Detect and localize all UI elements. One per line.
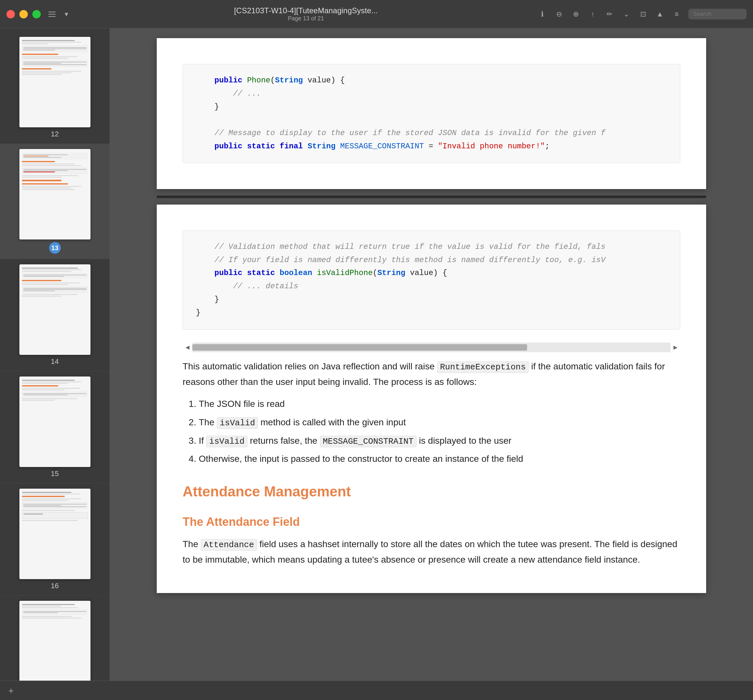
code-block-2: // Validation method that will return tr… xyxy=(183,230,680,330)
main-layout: 12 xyxy=(0,28,753,681)
markup-icon[interactable]: ▲ xyxy=(655,9,665,19)
thumbnail-page-16 xyxy=(19,489,91,579)
inline-code-runtime-exceptions: RuntimeExceptions xyxy=(437,361,529,373)
zoom-out-icon[interactable]: ⊖ xyxy=(554,9,564,19)
list-item-1: The JSON file is read xyxy=(199,396,680,412)
sidebar-item-page-13[interactable]: 13 xyxy=(0,144,109,259)
page-main: // Validation method that will return tr… xyxy=(157,205,706,593)
bottom-bar: ＋ xyxy=(0,681,753,700)
inline-code-attendance: Attendance xyxy=(201,539,257,551)
active-page-badge: 13 xyxy=(49,242,61,254)
page-number-16: 16 xyxy=(51,582,58,590)
subsection-heading-attendance-field: The Attendance Field xyxy=(183,512,680,531)
list-item-3: If isValid returns false, the MESSAGE_CO… xyxy=(199,433,680,449)
content-area: public Phone(String value) { // ... } //… xyxy=(110,28,753,681)
horizontal-scrollbar[interactable]: ◀ ▶ xyxy=(183,336,680,359)
zoom-in-icon[interactable]: ⊕ xyxy=(571,9,581,19)
inline-code-isvalid-2: isValid xyxy=(206,436,247,447)
document-title: [CS2103T-W10-4][TuteeManagingSyste... xyxy=(234,6,378,15)
list-item-2: The isValid method is called with the gi… xyxy=(199,414,680,431)
body-paragraph-2: The Attendance field uses a hashset inte… xyxy=(183,536,680,567)
annotate-icon[interactable]: ✏ xyxy=(605,9,615,19)
scroll-right-arrow[interactable]: ▶ xyxy=(670,342,680,352)
scroll-track[interactable] xyxy=(192,342,670,352)
thumbnail-page-14 xyxy=(19,264,91,355)
list-item-4: Otherwise, the input is passed to the co… xyxy=(199,451,680,467)
sidebar-toggle-button[interactable] xyxy=(48,9,61,19)
inline-code-message-constraint: MESSAGE_CONSTRAINT xyxy=(320,436,417,447)
thumbnail-page-12 xyxy=(19,37,91,127)
code-block-1: public Phone(String value) { // ... } //… xyxy=(183,64,680,163)
sidebar-item-page-15[interactable]: 15 xyxy=(0,371,109,483)
chevron-down-icon[interactable]: ▾ xyxy=(65,10,68,19)
toolbar-icons: ℹ ⊖ ⊕ ↑ ✏ ⌄ ⊡ ▲ ≡ xyxy=(537,9,747,19)
inline-code-isvalid-1: isValid xyxy=(217,417,258,429)
title-center: [CS2103T-W10-4][TuteeManagingSyste... Pa… xyxy=(75,6,537,22)
sidebar-item-page-16[interactable]: 16 xyxy=(0,483,109,595)
thumbnail-icon[interactable]: ⊡ xyxy=(638,9,648,19)
chevron-down-icon[interactable]: ⌄ xyxy=(621,9,631,19)
add-page-button[interactable]: ＋ xyxy=(6,684,16,697)
menu-icon[interactable]: ≡ xyxy=(672,9,682,19)
scroll-left-arrow[interactable]: ◀ xyxy=(183,342,192,352)
traffic-lights xyxy=(6,10,41,19)
body-text-2-prefix: The xyxy=(183,539,198,549)
page-number-15: 15 xyxy=(51,470,58,478)
page-number-14: 14 xyxy=(51,358,58,366)
body-text-1a: This automatic validation relies on Java… xyxy=(183,361,435,371)
share-icon[interactable]: ↑ xyxy=(587,9,598,19)
thumbnail-page-15 xyxy=(19,377,91,467)
title-bar: ▾ [CS2103T-W10-4][TuteeManagingSyste... … xyxy=(0,0,753,28)
section-heading-attendance: Attendance Management xyxy=(183,480,680,503)
thumbnail-page-13 xyxy=(19,149,91,239)
minimize-button[interactable] xyxy=(19,10,28,19)
body-paragraph-1: This automatic validation relies on Java… xyxy=(183,359,680,390)
page-top-fragment: public Phone(String value) { // ... } //… xyxy=(157,38,706,189)
sidebar: 12 xyxy=(0,28,110,681)
sidebar-item-page-12[interactable]: 12 xyxy=(0,32,109,144)
info-icon[interactable]: ℹ xyxy=(537,9,547,19)
sidebar-item-page-14[interactable]: 14 xyxy=(0,259,109,371)
close-button[interactable] xyxy=(6,10,15,19)
sidebar-item-page-17[interactable]: 17 xyxy=(0,595,109,681)
body-text-2-suffix: field uses a hashset internally to store… xyxy=(183,539,677,565)
page-indicator: Page 13 of 21 xyxy=(287,15,324,22)
page-separator xyxy=(157,195,706,198)
thumbnail-page-17 xyxy=(19,601,91,681)
search-input[interactable] xyxy=(688,9,747,19)
maximize-button[interactable] xyxy=(32,10,41,19)
process-list: The JSON file is read The isValid method… xyxy=(183,396,680,467)
page-number-12: 12 xyxy=(51,130,58,138)
scroll-thumb[interactable] xyxy=(192,344,527,351)
